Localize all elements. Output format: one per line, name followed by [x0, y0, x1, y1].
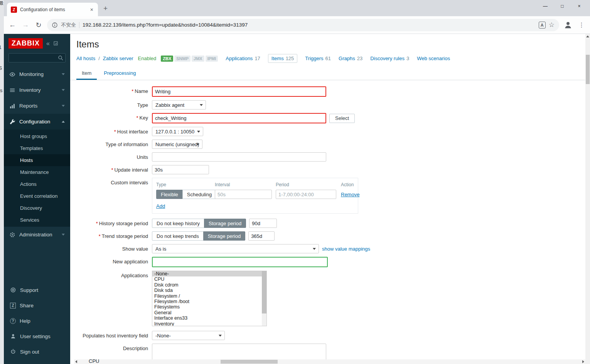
info-icon[interactable]	[52, 22, 58, 28]
sidebar-item-actions[interactable]: Actions	[4, 178, 70, 190]
sidebar-item-reports[interactable]: Reports	[4, 98, 70, 114]
remove-interval-link[interactable]: Remove	[341, 192, 359, 197]
scroll-left-arrow-icon[interactable]	[75, 360, 77, 363]
history-period-field[interactable]	[249, 219, 277, 228]
nav-items-link[interactable]: Items	[271, 56, 284, 61]
units-field[interactable]	[152, 152, 326, 162]
custom-period-field[interactable]	[276, 190, 336, 199]
sidebar-item-sign-out[interactable]: Sign out	[4, 344, 70, 359]
description-field[interactable]	[152, 344, 326, 359]
select-key-button[interactable]: Select	[329, 114, 355, 123]
vertical-scrollbar-thumb[interactable]	[586, 55, 590, 84]
trends-storage-period-button[interactable]: Storage period	[203, 231, 245, 241]
sidebar-item-support[interactable]: Support	[4, 282, 70, 298]
profile-avatar-icon[interactable]	[563, 20, 573, 30]
nav-graphs-link[interactable]: Graphs	[339, 56, 355, 61]
new-tab-button[interactable]: +	[103, 4, 108, 13]
sidebar-item-user-settings[interactable]: User settings	[4, 329, 70, 344]
sidebar-item-maintenance[interactable]: Maintenance	[4, 166, 70, 178]
applications-option[interactable]: Interface ens33	[152, 315, 266, 321]
sidebar-item-event-correlation[interactable]: Event correlation	[4, 190, 70, 202]
reload-button[interactable]: ↻	[34, 21, 43, 29]
applications-option[interactable]: Disk sda	[152, 288, 266, 293]
host-status[interactable]: Enabled	[138, 56, 157, 61]
sidebar-item-share[interactable]: Z Share	[4, 298, 70, 313]
nav-triggers-link[interactable]: Triggers	[305, 56, 323, 61]
bookmark-star-icon[interactable]: ☆	[549, 21, 555, 29]
sidebar-item-help[interactable]: ? Help	[4, 313, 70, 329]
compact-view-icon[interactable]	[53, 41, 58, 46]
window-maximize-button[interactable]: □	[554, 1, 571, 12]
applications-option[interactable]: Inventory	[152, 321, 266, 326]
column-interval: Interval	[215, 182, 276, 187]
zabbix-logo[interactable]: ZABBIX	[8, 38, 43, 49]
horizontal-scrollbar-thumb[interactable]	[221, 360, 278, 364]
sidebar-item-services[interactable]: Services	[4, 214, 70, 226]
listbox-scrollbar[interactable]	[262, 271, 266, 326]
sidebar-item-discovery[interactable]: Discovery	[4, 202, 70, 214]
ipmi-badge: IPMI	[206, 56, 218, 62]
applications-option[interactable]: CPU	[152, 276, 266, 282]
scheduling-button[interactable]: Scheduling	[182, 190, 216, 199]
tab-item[interactable]: Item	[76, 67, 97, 80]
collapse-sidebar-icon[interactable]: «	[46, 41, 50, 46]
flexible-button[interactable]: Flexible	[156, 190, 183, 199]
show-value-select[interactable]: As is	[152, 244, 319, 253]
update-interval-field[interactable]	[152, 165, 209, 174]
tab-preprocessing[interactable]: Preprocessing	[98, 67, 141, 80]
description-label: Description	[70, 344, 152, 351]
do-not-keep-history-button[interactable]: Do not keep history	[152, 219, 204, 228]
trends-period-field[interactable]	[248, 231, 275, 241]
applications-option[interactable]: Filesystems	[152, 304, 266, 310]
applications-option[interactable]: Disk cdrom	[152, 282, 266, 288]
type-of-information-select[interactable]: Numeric (unsigned)	[152, 140, 202, 149]
applications-listbox[interactable]: -None- CPU Disk cdrom Disk sda Filesyste…	[152, 271, 267, 326]
nav-applications-link[interactable]: Applications	[226, 56, 253, 61]
history-storage-period-button[interactable]: Storage period	[204, 219, 246, 228]
horizontal-scrollbar[interactable]	[74, 359, 585, 364]
scroll-right-arrow-icon[interactable]	[582, 360, 584, 363]
type-select[interactable]: Zabbix agent	[152, 100, 206, 110]
breadcrumb-all-hosts[interactable]: All hosts	[76, 56, 95, 61]
name-field[interactable]	[152, 86, 326, 97]
listbox-scrollbar-thumb[interactable]	[262, 271, 266, 313]
applications-option[interactable]: Filesystem /boot	[152, 299, 266, 304]
sidebar-item-templates[interactable]: Templates	[4, 142, 70, 154]
omnibox-divider	[79, 22, 79, 28]
applications-option[interactable]: -None-	[152, 271, 266, 276]
show-value-mappings-link[interactable]: show value mappings	[322, 246, 370, 252]
browser-tab[interactable]: Z Configuration of items ×	[7, 3, 98, 16]
applications-option[interactable]: General	[152, 310, 266, 315]
browser-menu-icon[interactable]: ⋮	[577, 21, 586, 29]
applications-option[interactable]: Filesystem /	[152, 293, 266, 299]
address-bar[interactable]: 不安全 192.168.222.139/items.php?form=updat…	[47, 19, 559, 31]
translate-icon[interactable]: A	[539, 22, 546, 29]
security-label[interactable]: 不安全	[61, 22, 76, 29]
tab-close-icon[interactable]: ×	[89, 7, 94, 12]
nav-web-scenarios-link[interactable]: Web scenarios	[417, 56, 450, 61]
window-minimize-button[interactable]: —	[537, 1, 554, 12]
nav-discovery-rules-link[interactable]: Discovery rules	[370, 56, 405, 61]
scroll-up-arrow-icon[interactable]	[586, 35, 589, 37]
new-application-field[interactable]	[152, 257, 328, 267]
host-interface-select[interactable]: 127.0.0.1 : 10050	[152, 127, 203, 136]
search-input[interactable]	[8, 53, 66, 62]
breadcrumb-host[interactable]: Zabbix server	[103, 56, 133, 61]
sidebar-item-host-groups[interactable]: Host groups	[4, 130, 70, 142]
sidebar-item-configuration[interactable]: Configuration	[4, 114, 70, 130]
vertical-scrollbar[interactable]	[585, 34, 590, 364]
sidebar-item-hosts[interactable]: Hosts	[4, 154, 70, 166]
window-close-button[interactable]: ×	[571, 1, 588, 12]
search-icon[interactable]	[57, 55, 64, 61]
sidebar-item-inventory[interactable]: Inventory	[4, 82, 70, 98]
forward-button[interactable]: →	[21, 21, 30, 29]
sidebar-item-monitoring[interactable]: Monitoring	[4, 66, 70, 82]
sidebar-item-administration[interactable]: Administration	[4, 227, 70, 243]
back-button[interactable]: ←	[8, 21, 17, 29]
inventory-field-select[interactable]: -None-	[152, 331, 225, 340]
key-field[interactable]	[152, 113, 326, 123]
add-interval-link[interactable]: Add	[156, 203, 165, 209]
do-not-keep-trends-button[interactable]: Do not keep trends	[152, 231, 204, 241]
url-text[interactable]: 192.168.222.139/items.php?form=update&ho…	[83, 22, 536, 28]
custom-interval-field[interactable]	[215, 190, 272, 199]
